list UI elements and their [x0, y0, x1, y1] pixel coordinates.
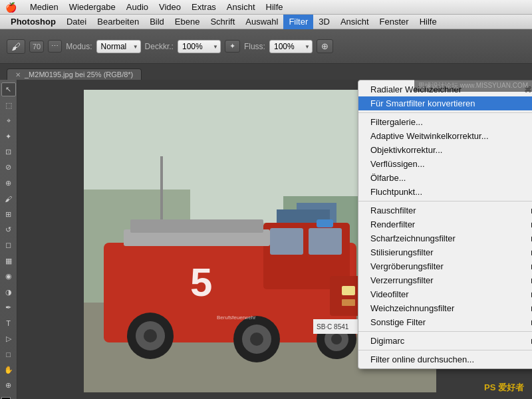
brush-size-label: 70: [33, 43, 41, 51]
filter-menu-section-5: Filter online durchsuchen...: [358, 350, 532, 368]
opacity-label: Deckkr.:: [145, 42, 174, 51]
menu-ansicht2[interactable]: Ansicht: [335, 15, 374, 29]
flow-select-wrapper[interactable]: 100%: [269, 40, 313, 53]
filter-item-rauschfilter[interactable]: Rauschfilter ▶: [358, 203, 532, 217]
svg-point-21: [144, 329, 157, 342]
crop-tool[interactable]: ⊡: [1, 145, 16, 159]
menu-fenster[interactable]: Fenster: [374, 15, 414, 29]
filter-menu-section-2: Filtergalerie... Adaptive Weitwinkelkorr…: [358, 113, 532, 201]
menu-datei[interactable]: Datei: [61, 15, 92, 29]
airbrush-btn[interactable]: ⊕: [317, 39, 333, 53]
svg-rect-11: [309, 228, 342, 255]
svg-rect-13: [130, 219, 263, 233]
dodge-tool[interactable]: ◑: [1, 285, 16, 299]
menu-medien[interactable]: Medien: [25, 0, 64, 15]
filter-item-digimarc[interactable]: Digimarc ▶: [358, 334, 532, 348]
menu-audio[interactable]: Audio: [121, 0, 154, 15]
app-name[interactable]: Photoshop: [5, 15, 61, 29]
filter-item-stilisierung[interactable]: Stilisierungsfilter ▶: [358, 245, 532, 259]
path-selection-tool[interactable]: ▷: [1, 332, 16, 346]
svg-rect-10: [270, 228, 303, 255]
menu-filter[interactable]: Filter: [283, 15, 313, 29]
opacity-select-wrapper[interactable]: 100%: [178, 40, 221, 53]
brush-tool-btn[interactable]: 🖌: [7, 39, 25, 54]
filter-item-weichzeichnung[interactable]: Weichzeichnungsfilter ▶: [358, 301, 532, 315]
move-tool[interactable]: ↖: [1, 82, 16, 96]
flow-label: Fluss:: [244, 42, 265, 51]
brush-options-btn[interactable]: ⋯: [48, 40, 62, 53]
svg-point-27: [331, 334, 342, 344]
toolbox: ↖ ⬚ ⌖ ✦ ⊡ ⊘ ⊕ 🖌 ⊞ ↺ ◻ ▦ ◉ ◑ ✒ T ▷ □ ✋ ⊕: [0, 80, 17, 399]
shape-tool[interactable]: □: [1, 347, 16, 361]
filter-item-sonstige[interactable]: Sonstige Filter ▶: [358, 315, 532, 329]
tab-title: _M2M0195.jpg bei 25% (RGB/8*): [25, 70, 133, 78]
svg-text:Berufsfeuerwehr: Berufsfeuerwehr: [217, 315, 256, 321]
filter-menu-section-3: Rauschfilter ▶ Renderfilter ▶ Scharfzeic…: [358, 201, 532, 332]
tab-close[interactable]: ✕: [15, 71, 21, 78]
gradient-tool[interactable]: ▦: [1, 254, 16, 268]
healing-tool[interactable]: ⊕: [1, 176, 16, 190]
magic-wand-tool[interactable]: ✦: [1, 129, 16, 143]
os-menubar[interactable]: 🍎 Medien Wiedergabe Audio Video Extras A…: [0, 0, 532, 15]
brush-tool[interactable]: 🖌: [1, 192, 16, 205]
menu-auswahl[interactable]: Auswahl: [240, 15, 283, 29]
blur-tool[interactable]: ◉: [1, 269, 16, 283]
filter-dropdown-menu: Radialer Weichzeichner ⌘F Für Smartfilte…: [358, 80, 532, 369]
app-menubar[interactable]: Photoshop Datei Bearbeiten Bild Ebene Sc…: [0, 15, 532, 29]
pen-tool[interactable]: ✒: [1, 301, 16, 315]
filter-item-oelfarbe[interactable]: Ölfarbe...: [358, 171, 532, 185]
svg-rect-17: [342, 286, 355, 295]
filter-item-videofilter[interactable]: Videofilter ▶: [358, 287, 532, 301]
main-toolbar: 🖌 70 ⋯ Modus: Normal Deckkr.: 100% ✦ Flu…: [0, 29, 532, 64]
site-label: 思缘设计论坛 www.MISSYUAN.COM: [414, 80, 532, 92]
menu-hilfe[interactable]: Hilfe: [261, 0, 289, 15]
filter-item-filtergalerie[interactable]: Filtergalerie...: [358, 115, 532, 129]
filter-item-objektiv[interactable]: Objektivkorrektur...: [358, 143, 532, 157]
clone-tool[interactable]: ⊞: [1, 207, 16, 221]
menu-ebene[interactable]: Ebene: [170, 15, 205, 29]
hand-tool[interactable]: ✋: [1, 363, 16, 377]
svg-text:5: 5: [190, 260, 212, 305]
filter-item-renderfilter[interactable]: Renderfilter ▶: [358, 217, 532, 231]
svg-rect-18: [342, 299, 355, 306]
lasso-tool[interactable]: ⌖: [1, 114, 16, 128]
svg-text:SB·C 8541: SB·C 8541: [317, 323, 349, 331]
canvas-area: 5 SB·C 8541 Berufsfeue: [17, 80, 532, 399]
ps-watermark: PS 爱好者: [484, 382, 524, 394]
opacity-airbrush-btn[interactable]: ✦: [225, 40, 240, 53]
menu-schrift[interactable]: Schrift: [205, 15, 240, 29]
tab-bar: ✕ _M2M0195.jpg bei 25% (RGB/8*): [0, 64, 532, 80]
foreground-color[interactable]: [1, 397, 16, 400]
flow-select[interactable]: 100%: [269, 40, 313, 53]
mode-select[interactable]: Normal: [96, 40, 141, 53]
menu-video[interactable]: Video: [154, 0, 186, 15]
eraser-tool[interactable]: ◻: [1, 238, 16, 252]
image-tab[interactable]: ✕ _M2M0195.jpg bei 25% (RGB/8*): [7, 68, 142, 80]
menu-hilfe2[interactable]: Hilfe: [414, 15, 442, 29]
menu-ansicht[interactable]: Ansicht: [221, 0, 261, 15]
menu-wiedergabe[interactable]: Wiedergabe: [64, 0, 121, 15]
history-brush-tool[interactable]: ↺: [1, 223, 16, 237]
menu-extras[interactable]: Extras: [186, 0, 221, 15]
zoom-tool[interactable]: ⊕: [1, 378, 16, 392]
main-area: 思缘设计论坛 www.MISSYUAN.COM ↖ ⬚ ⌖ ✦ ⊡ ⊘ ⊕ 🖌 …: [0, 80, 532, 399]
filter-item-online[interactable]: Filter online durchsuchen...: [358, 352, 532, 366]
filter-item-verzerrung[interactable]: Verzerrungsfilter ▶: [358, 273, 532, 287]
text-tool[interactable]: T: [1, 316, 16, 330]
apple-logo[interactable]: 🍎: [5, 2, 17, 13]
svg-point-24: [250, 332, 263, 346]
filter-item-smartfilter[interactable]: Für Smartfilter konvertieren: [358, 96, 532, 110]
marquee-tool[interactable]: ⬚: [1, 98, 16, 112]
filter-item-verfluessigen[interactable]: Verflüssigen...: [358, 157, 532, 171]
eyedropper-tool[interactable]: ⊘: [1, 160, 16, 174]
filter-item-adaptive[interactable]: Adaptive Weitwinkelkorrektur...: [358, 129, 532, 143]
menu-bild[interactable]: Bild: [144, 15, 170, 29]
mode-select-wrapper[interactable]: Normal: [96, 40, 141, 53]
filter-item-fluchtpunkt[interactable]: Fluchtpunkt...: [358, 185, 532, 199]
filter-item-scharfzeichnung[interactable]: Scharfzeichnungsfilter ▶: [358, 231, 532, 245]
opacity-select[interactable]: 100%: [178, 40, 221, 53]
filter-item-vergroeberung[interactable]: Vergröberungsfilter ▶: [358, 259, 532, 273]
filter-menu-section-4: Digimarc ▶: [358, 332, 532, 350]
menu-3d[interactable]: 3D: [313, 15, 335, 29]
menu-bearbeiten[interactable]: Bearbeiten: [92, 15, 144, 29]
